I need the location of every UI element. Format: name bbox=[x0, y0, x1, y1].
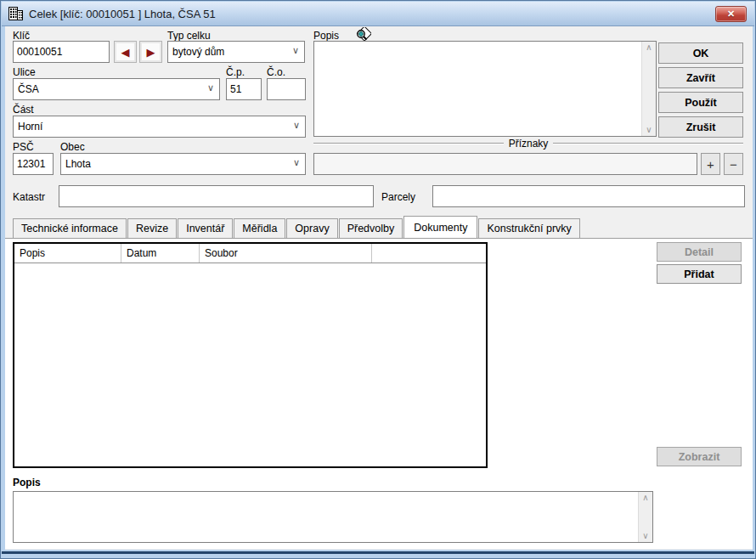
parcely-input[interactable] bbox=[432, 185, 745, 207]
next-record-button[interactable]: ▶ bbox=[139, 41, 162, 63]
minus-icon: − bbox=[730, 157, 737, 172]
tab-label: Konstrukční prvky bbox=[487, 223, 571, 234]
tab-label: Opravy bbox=[295, 223, 329, 234]
scroll-up-icon[interactable]: ∧ bbox=[646, 42, 652, 54]
obec-select[interactable]: Lhota ∨ bbox=[60, 153, 306, 175]
popis-top-label: Popis bbox=[313, 30, 339, 42]
obec-value: Lhota bbox=[65, 158, 91, 170]
dialog-window: Celek [klíč: 00010051 ] Lhota, ČSA 51 ✕ … bbox=[0, 0, 756, 559]
detail-button[interactable]: Detail bbox=[657, 242, 742, 262]
tab-revize[interactable]: Revize bbox=[127, 218, 177, 238]
close-button[interactable]: ✕ bbox=[715, 6, 747, 22]
tab-meridla[interactable]: Měřidla bbox=[234, 218, 285, 238]
popis-bottom-label: Popis bbox=[13, 477, 41, 488]
klic-input[interactable] bbox=[13, 41, 110, 63]
prev-record-button[interactable]: ◀ bbox=[114, 41, 137, 63]
ulice-label: Ulice bbox=[13, 66, 36, 78]
co-label: Č.o. bbox=[267, 66, 285, 78]
tab-label: Technické informace bbox=[21, 223, 118, 234]
building-icon bbox=[8, 7, 23, 20]
psc-label: PSČ bbox=[13, 141, 34, 153]
pouzit-button[interactable]: Použít bbox=[658, 92, 743, 113]
ok-button[interactable]: OK bbox=[658, 42, 743, 64]
cast-value: Horní bbox=[18, 121, 42, 133]
tab-label: Dokumenty bbox=[414, 222, 467, 234]
chevron-down-icon: ∨ bbox=[207, 82, 214, 93]
popis-bottom-textarea[interactable]: ∧ ∨ bbox=[13, 491, 653, 543]
tab-technicke-informace[interactable]: Technické informace bbox=[13, 218, 127, 238]
katastr-label: Katastr bbox=[13, 191, 45, 203]
window-bottom-edge bbox=[2, 551, 754, 554]
typ-celku-select[interactable]: bytový dům ∨ bbox=[167, 41, 305, 63]
pridat-button[interactable]: Přidat bbox=[657, 264, 742, 284]
titlebar[interactable]: Celek [klíč: 00010051 ] Lhota, ČSA 51 ✕ bbox=[2, 2, 754, 26]
cp-label: Č.p. bbox=[226, 66, 245, 78]
plus-icon: + bbox=[707, 157, 714, 172]
tab-predvolby[interactable]: Předvolby bbox=[339, 218, 403, 238]
popis-top-textarea[interactable]: ∧ ∨ bbox=[313, 41, 657, 137]
legend-line bbox=[313, 143, 504, 144]
scroll-down-icon[interactable]: ∨ bbox=[646, 124, 652, 136]
typ-celku-label: Typ celku bbox=[167, 30, 211, 42]
zrusit-button[interactable]: Zrušit bbox=[658, 116, 743, 138]
chevron-down-icon: ∨ bbox=[293, 157, 300, 168]
zavrit-button[interactable]: Zavřít bbox=[658, 67, 743, 88]
parcely-label: Parcely bbox=[381, 191, 415, 203]
tab-label: Revize bbox=[136, 223, 168, 234]
tab-konstrukcni-prvky[interactable]: Konstrukční prvky bbox=[478, 218, 579, 238]
klic-label: Klíč bbox=[13, 30, 30, 42]
arrow-left-icon: ◀ bbox=[121, 47, 130, 58]
katastr-input[interactable] bbox=[59, 185, 374, 207]
cast-label: Část bbox=[13, 104, 34, 116]
ulice-select[interactable]: ČSA ∨ bbox=[13, 78, 220, 100]
chevron-down-icon: ∨ bbox=[293, 120, 300, 131]
zobrazit-button[interactable]: Zobrazit bbox=[657, 447, 742, 466]
priznaky-label: Příznaky bbox=[504, 138, 554, 150]
priznaky-legend: Příznaky bbox=[313, 138, 743, 150]
psc-input[interactable] bbox=[13, 153, 54, 175]
column-header-soubor[interactable]: Soubor bbox=[200, 244, 372, 263]
column-header-datum[interactable]: Datum bbox=[121, 244, 200, 263]
tab-label: Inventář bbox=[186, 223, 224, 234]
documents-table-header: Popis Datum Soubor bbox=[14, 244, 486, 263]
cast-select[interactable]: Horní ∨ bbox=[13, 116, 306, 138]
tab-dokumenty[interactable]: Dokumenty bbox=[403, 216, 477, 238]
column-header-empty bbox=[372, 244, 486, 263]
scroll-up-icon[interactable]: ∧ bbox=[642, 492, 648, 504]
window-title: Celek [klíč: 00010051 ] Lhota, ČSA 51 bbox=[29, 8, 216, 20]
co-input[interactable] bbox=[267, 78, 306, 100]
tab-label: Předvolby bbox=[347, 223, 395, 234]
tab-label: Měřidla bbox=[242, 223, 277, 234]
priznaky-field[interactable] bbox=[313, 153, 697, 175]
arrow-right-icon: ▶ bbox=[147, 47, 155, 58]
legend-line bbox=[553, 143, 743, 144]
popis-top-scrollbar[interactable]: ∧ ∨ bbox=[641, 42, 656, 136]
close-icon: ✕ bbox=[727, 9, 735, 19]
priznaky-add-button[interactable]: + bbox=[701, 153, 720, 175]
column-header-popis[interactable]: Popis bbox=[14, 244, 121, 263]
ulice-value: ČSA bbox=[18, 83, 39, 95]
obec-label: Obec bbox=[60, 141, 85, 153]
tab-inventar[interactable]: Inventář bbox=[178, 218, 233, 238]
scroll-down-icon[interactable]: ∨ bbox=[642, 530, 648, 542]
popis-bottom-scrollbar[interactable]: ∧ ∨ bbox=[638, 492, 652, 542]
priznaky-remove-button[interactable]: − bbox=[724, 153, 743, 175]
tab-opravy[interactable]: Opravy bbox=[286, 218, 337, 238]
tab-strip: Technické informace Revize Inventář Měři… bbox=[13, 216, 581, 238]
chevron-down-icon: ∨ bbox=[292, 45, 299, 56]
typ-celku-value: bytový dům bbox=[172, 46, 224, 58]
cp-input[interactable] bbox=[226, 78, 262, 100]
documents-table[interactable]: Popis Datum Soubor bbox=[13, 242, 488, 468]
